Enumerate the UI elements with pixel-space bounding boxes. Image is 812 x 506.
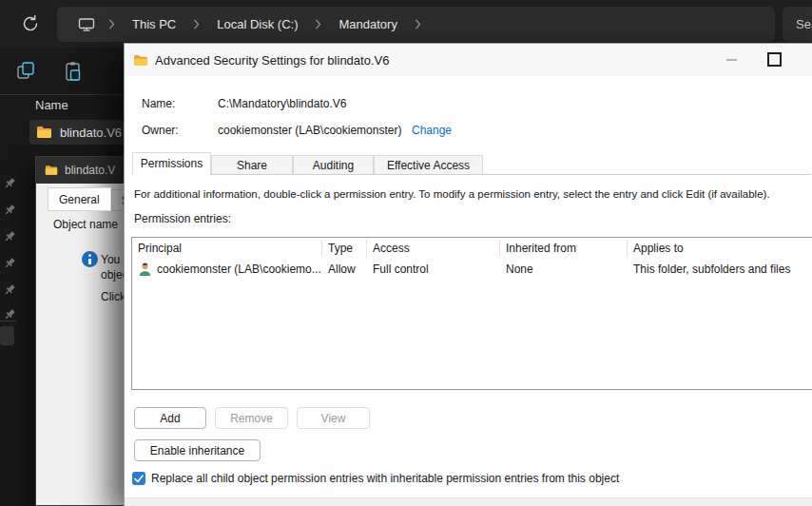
file-item-blindato[interactable]: blindato.V6	[29, 120, 124, 145]
breadcrumb-local-disk-c[interactable]: Local Disk (C:)	[213, 17, 301, 31]
rail-divider	[0, 321, 17, 321]
column-header-name[interactable]: Name	[35, 98, 68, 112]
chevron-right-icon	[95, 19, 128, 29]
this-pc-icon	[78, 17, 95, 32]
permission-entries-table[interactable]: Principal Type Access Inherited from App…	[131, 237, 812, 390]
user-icon	[138, 263, 152, 277]
copy-icon[interactable]	[13, 59, 38, 84]
cell-type: Allow	[322, 263, 367, 276]
permissions-description: For additional information, double-click…	[134, 188, 811, 200]
tab-auditing[interactable]: Auditing	[293, 155, 374, 175]
explorer-topbar: This PC Local Disk (C:) Mandatory Sea	[0, 0, 812, 48]
dialog-footer	[125, 497, 812, 506]
change-owner-link[interactable]: Change	[412, 124, 452, 137]
table-header-row: Principal Type Access Inherited from App…	[132, 238, 812, 259]
paste-icon[interactable]	[61, 59, 86, 84]
remove-button[interactable]: Remove	[215, 407, 288, 429]
rail-selected-item[interactable]	[0, 326, 14, 345]
pin-icon[interactable]	[3, 177, 16, 190]
column-header-principal[interactable]: Principal	[132, 240, 322, 257]
name-value: C:\Mandatory\blindato.V6	[218, 97, 346, 110]
folder-icon	[133, 54, 148, 67]
pin-icon[interactable]	[3, 204, 16, 217]
cell-access: Full control	[367, 263, 500, 276]
name-label: Name:	[142, 97, 175, 110]
cell-inherited-from: None	[500, 263, 628, 276]
tab-effective-access[interactable]: Effective Access	[374, 155, 483, 175]
search-text: Sea	[796, 17, 812, 31]
permission-entries-label: Permission entries:	[134, 212, 231, 225]
cell-applies-to: This folder, subfolders and files	[628, 263, 812, 276]
pin-icon[interactable]	[3, 308, 16, 321]
breadcrumb-mandatory[interactable]: Mandatory	[335, 17, 400, 31]
checkbox-checked[interactable]	[132, 472, 145, 485]
column-header-access[interactable]: Access	[367, 240, 500, 257]
address-bar[interactable]: This PC Local Disk (C:) Mandatory	[57, 7, 775, 42]
minimize-button[interactable]	[726, 59, 737, 61]
replace-checkbox-label: Replace all child object permission entr…	[151, 472, 619, 485]
toolbar-divider	[0, 94, 124, 95]
tab-share[interactable]: Share	[211, 155, 293, 175]
breadcrumb-this-pc[interactable]: This PC	[128, 17, 180, 31]
properties-title: blindato.V	[65, 164, 115, 177]
check-icon	[134, 475, 144, 483]
column-header-type[interactable]: Type	[322, 240, 367, 257]
owner-value: cookiemonster (LAB\cookiemonster)	[218, 124, 401, 137]
view-button[interactable]: View	[297, 407, 370, 429]
tab-general[interactable]: General	[48, 187, 111, 211]
file-item-label: blindato.V6	[60, 126, 122, 140]
info-icon	[82, 251, 98, 267]
chevron-right-icon	[301, 19, 335, 29]
owner-label: Owner:	[142, 124, 179, 137]
table-row[interactable]: cookiemonster (LAB\cookiemo... Allow Ful…	[132, 259, 812, 280]
desktop: This PC Local Disk (C:) Mandatory Sea	[0, 0, 812, 506]
folder-icon	[45, 165, 58, 176]
object-name-label: Object name	[53, 218, 118, 231]
column-header-inherited-from[interactable]: Inherited from	[500, 240, 628, 257]
folder-icon	[36, 126, 52, 139]
pin-icon[interactable]	[3, 230, 16, 243]
maximize-button[interactable]	[767, 52, 782, 67]
search-input[interactable]: Sea	[783, 7, 812, 42]
dialog-title: Advanced Security Settings for blindato.…	[155, 53, 389, 68]
replace-permissions-row[interactable]: Replace all child object permission entr…	[132, 472, 619, 485]
tab-permissions[interactable]: Permissions	[132, 152, 211, 175]
advanced-security-dialog: Advanced Security Settings for blindato.…	[124, 43, 812, 506]
add-button[interactable]: Add	[134, 407, 206, 429]
chevron-right-icon	[401, 19, 435, 29]
enable-inheritance-button[interactable]: Enable inheritance	[134, 439, 261, 461]
dialog-title-bar: Advanced Security Settings for blindato.…	[125, 44, 812, 76]
chevron-right-icon	[180, 19, 213, 29]
security-tabs: Permissions Share Auditing Effective Acc…	[132, 152, 811, 175]
tab-strip-edge	[483, 152, 811, 175]
refresh-icon[interactable]	[20, 13, 41, 34]
cell-principal: cookiemonster (LAB\cookiemo...	[157, 263, 321, 276]
column-header-applies-to[interactable]: Applies to	[628, 240, 812, 257]
pin-icon[interactable]	[3, 283, 16, 297]
pin-icon[interactable]	[3, 257, 16, 270]
